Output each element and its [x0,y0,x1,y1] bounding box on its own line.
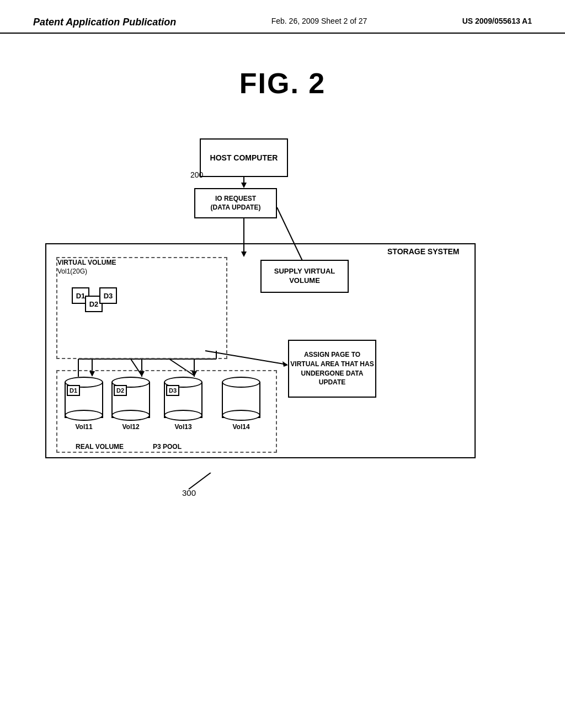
vol12-label: Vol12 [111,423,150,431]
host-computer-label: HOST COMPUTER [210,153,278,163]
page-header: Patent Application Publication Feb. 26, … [0,0,565,34]
label-200: 200 [190,170,203,179]
virtual-volume-label: VIRTUAL VOLUME [57,259,116,266]
d3-virtual-box: D3 [99,287,117,304]
supply-virtual-volume-label: SUPPLY VIRTUAL VOLUME [262,267,348,286]
svg-marker-1 [241,183,247,188]
host-computer-box: HOST COMPUTER [200,138,288,177]
publication-type: Patent Application Publication [33,17,176,28]
cylinder-vol12: D2 Vol12 [111,377,150,431]
cylinder-vol11: D1 Vol11 [65,377,103,431]
virtual-volume-sublabel: Vol1(20G) [57,267,87,275]
real-volume-label: REAL VOLUME [76,443,124,451]
supply-virtual-volume-box: SUPPLY VIRTUAL VOLUME [260,260,349,293]
diagram-container: HOST COMPUTER 200 IO REQUEST(DATA UPDATE… [45,122,520,530]
publication-date-sheet: Feb. 26, 2009 Sheet 2 of 27 [271,17,367,25]
svg-line-19 [189,473,211,489]
io-request-label: IO REQUEST(DATA UPDATE) [211,195,261,212]
assign-page-label: ASSIGN PAGE TO VIRTUAL AREA THAT HAS UND… [289,350,375,387]
vol13-label: Vol13 [164,423,202,431]
label-300: 300 [182,488,196,497]
figure-title: FIG. 2 [0,67,565,100]
storage-system-label: STORAGE SYSTEM [387,247,459,256]
cylinder-vol14: Vol14 [222,377,260,431]
footer-spacer [0,530,565,640]
assign-page-box: ASSIGN PAGE TO VIRTUAL AREA THAT HAS UND… [288,340,376,398]
vol11-label: Vol11 [65,423,103,431]
patent-number: US 2009/055613 A1 [462,17,532,25]
p3-pool-label: P3 POOL [153,443,182,451]
cylinder-vol13: D3 Vol13 [164,377,202,431]
label-300-container: 300 [178,473,244,502]
vol14-label: Vol14 [222,423,260,431]
io-request-box: IO REQUEST(DATA UPDATE) [194,188,277,218]
